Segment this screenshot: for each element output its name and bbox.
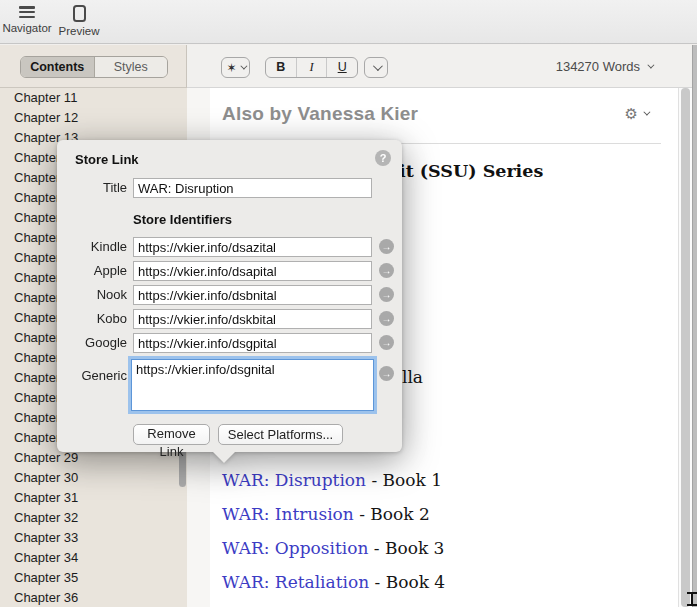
sidebar-item-chapter[interactable]: Chapter 30 <box>0 468 187 488</box>
google-go-arrow-icon[interactable]: → <box>379 335 394 350</box>
store-link-popover: Store Link ? Title Store Identifiers Kin… <box>57 140 402 452</box>
book-suffix: - Book 1 <box>366 470 442 490</box>
sidebar-item-chapter[interactable]: Chapter 12 <box>0 108 187 128</box>
navigator-label: Navigator <box>2 22 51 34</box>
gear-icon: ⚙ <box>625 106 638 121</box>
remove-link-button[interactable]: Remove Link <box>133 424 210 445</box>
generic-url-field[interactable]: https://vkier.info/dsgnital <box>131 359 374 411</box>
navigator-list-icon <box>19 5 35 19</box>
chevron-down-icon <box>647 62 654 69</box>
series-heading-fragment: it (SSU) Series <box>399 161 543 181</box>
more-formats-button[interactable] <box>364 57 388 78</box>
google-url-field[interactable] <box>133 333 372 353</box>
tab-contents[interactable]: Contents <box>21 57 94 77</box>
sidebar-item-chapter[interactable]: Chapter 36 <box>0 588 187 607</box>
sidebar-item-chapter[interactable]: Chapter 34 <box>0 548 187 568</box>
book-link[interactable]: WAR: Opposition <box>222 538 368 558</box>
style-star-button[interactable]: ✶ <box>221 57 250 78</box>
novella-text-fragment: lla <box>402 367 423 387</box>
kindle-go-arrow-icon[interactable]: → <box>379 239 394 254</box>
google-field-label: Google <box>57 333 127 353</box>
dialog-title: Store Link <box>75 152 139 167</box>
book-entry: WAR: Opposition - Book 3 <box>222 538 444 558</box>
word-count-value: 134270 Words <box>556 59 640 74</box>
book-entry: WAR: Retaliation - Book 4 <box>222 572 445 592</box>
store-identifiers-heading: Store Identifiers <box>133 212 232 227</box>
apple-field-label: Apple <box>57 261 127 281</box>
chevron-down-icon <box>240 63 247 70</box>
navigator-button[interactable]: Navigator <box>2 5 52 34</box>
book-link[interactable]: WAR: Disruption <box>222 470 366 490</box>
sidebar-item-chapter[interactable]: Chapter 32 <box>0 508 187 528</box>
sidebar-item-chapter[interactable]: Chapter 31 <box>0 488 187 508</box>
sidebar-item-chapter[interactable]: Chapter 35 <box>0 568 187 588</box>
sidebar-item-chapter[interactable]: Chapter 11 <box>0 88 187 108</box>
select-platforms-button[interactable]: Select Platforms... <box>218 424 343 445</box>
preview-button[interactable]: Preview <box>56 5 102 37</box>
apple-url-field[interactable] <box>133 261 372 281</box>
book-entry: WAR: Intrusion - Book 2 <box>222 504 430 524</box>
kindle-url-field[interactable] <box>133 237 372 257</box>
kobo-go-arrow-icon[interactable]: → <box>379 311 394 326</box>
help-button[interactable]: ? <box>375 150 391 166</box>
title-field-label: Title <box>57 178 127 198</box>
nook-go-arrow-icon[interactable]: → <box>379 287 394 302</box>
sidebar-header: Contents Styles <box>0 45 187 88</box>
chevron-down-icon <box>372 61 382 71</box>
book-entry: WAR: Disruption - Book 1 <box>222 470 442 490</box>
word-count-dropdown[interactable]: 134270 Words <box>556 59 652 74</box>
book-link[interactable]: WAR: Retaliation <box>222 572 369 592</box>
kobo-url-field[interactable] <box>133 309 372 329</box>
book-suffix: - Book 4 <box>369 572 445 592</box>
kobo-field-label: Kobo <box>57 309 127 329</box>
italic-button[interactable]: I <box>296 58 328 77</box>
apple-go-arrow-icon[interactable]: → <box>379 263 394 278</box>
sidebar-tab-switcher: Contents Styles <box>20 56 168 78</box>
popover-tail <box>213 452 235 463</box>
main-toolbar: Navigator Preview <box>0 0 697 44</box>
generic-field-label: Generic <box>57 366 127 386</box>
preview-device-icon <box>73 5 86 22</box>
text-style-group: B I U <box>265 57 358 78</box>
page-title: Also by Vanessa Kier <box>222 103 418 125</box>
content-scrollbar-track[interactable] <box>678 88 692 607</box>
format-toolbar: ✶ B I U 134270 Words <box>187 45 692 88</box>
book-suffix: - Book 3 <box>368 538 444 558</box>
section-options-button[interactable]: ⚙ <box>625 106 648 121</box>
chevron-down-icon <box>643 109 650 116</box>
kindle-field-label: Kindle <box>57 237 127 257</box>
window-right-edge <box>692 45 697 607</box>
preview-label: Preview <box>59 25 100 37</box>
content-scrollbar-thumb[interactable] <box>681 88 690 607</box>
title-field[interactable] <box>133 178 372 198</box>
generic-go-arrow-icon[interactable]: → <box>379 366 394 381</box>
nook-field-label: Nook <box>57 285 127 305</box>
bold-button[interactable]: B <box>266 58 296 77</box>
star-icon: ✶ <box>226 61 236 75</box>
sidebar-item-chapter[interactable]: Chapter 33 <box>0 528 187 548</box>
nook-url-field[interactable] <box>133 285 372 305</box>
app-window: Navigator Preview Contents Styles ✶ B I … <box>0 0 697 607</box>
text-cursor-pointer <box>687 592 697 606</box>
tab-styles[interactable]: Styles <box>94 57 168 77</box>
underline-button[interactable]: U <box>327 58 357 77</box>
book-suffix: - Book 2 <box>354 504 430 524</box>
book-link[interactable]: WAR: Intrusion <box>222 504 354 524</box>
